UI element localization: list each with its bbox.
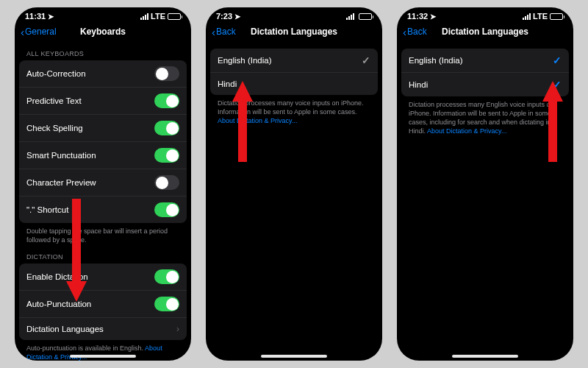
page-title: Dictation Languages <box>206 26 382 37</box>
screen-keyboards: 11:31 ➤ LTE ‹General Keyboards ALL KEYBO… <box>15 7 191 361</box>
signal-icon <box>523 13 531 20</box>
time: 11:32 <box>407 12 428 21</box>
group-languages: English (India)✓ Hindi✓ <box>401 49 569 96</box>
row-dictation-languages[interactable]: Dictation Languages› <box>19 318 187 340</box>
time: 7:23 <box>216 12 232 21</box>
status-bar: 7:23 ➤ <box>206 7 382 22</box>
location-icon: ➤ <box>234 13 240 21</box>
group-dictation: Enable Dictation Auto-Punctuation Dictat… <box>19 263 187 340</box>
home-indicator[interactable] <box>70 355 136 358</box>
nav-bar: ‹General Keyboards <box>15 22 191 41</box>
page-title: Keyboards <box>15 26 191 37</box>
section-dictation: DICTATION <box>19 244 187 263</box>
row-character-preview[interactable]: Character Preview <box>19 169 187 197</box>
row-period-shortcut[interactable]: "." Shortcut <box>19 197 187 223</box>
check-icon: ✓ <box>553 79 562 91</box>
group-all-keyboards: Auto-Correction Predictive Text Check Sp… <box>19 60 187 223</box>
page-title: Dictation Languages <box>397 26 573 37</box>
battery-icon <box>359 13 372 20</box>
row-english-india[interactable]: English (India)✓ <box>210 49 378 73</box>
screen-dictation-lang-unchecked: 7:23 ➤ ‹Back Dictation Languages English… <box>206 7 382 361</box>
status-bar: 11:32 ➤ LTE <box>397 7 573 22</box>
location-icon: ➤ <box>48 13 54 21</box>
network-label: LTE <box>533 12 548 21</box>
footer-space-bar: Double tapping the space bar will insert… <box>19 223 187 244</box>
signal-icon <box>346 13 354 20</box>
check-icon: ✓ <box>553 54 562 66</box>
nav-bar: ‹Back Dictation Languages <box>397 22 573 41</box>
section-all-keyboards: ALL KEYBOARDS <box>19 41 187 60</box>
row-hindi[interactable]: Hindi✓ <box>401 73 569 96</box>
screen-dictation-lang-checked: 11:32 ➤ LTE ‹Back Dictation Languages En… <box>397 7 573 361</box>
home-indicator[interactable] <box>261 355 327 358</box>
toggle-character-preview[interactable] <box>154 175 179 190</box>
location-icon: ➤ <box>430 13 436 21</box>
row-enable-dictation[interactable]: Enable Dictation <box>19 263 187 291</box>
toggle-auto-correction[interactable] <box>154 66 179 81</box>
check-icon: ✓ <box>362 54 370 66</box>
nav-bar: ‹Back Dictation Languages <box>206 22 382 41</box>
footer-dictation-info: Dictation processes many voice inputs on… <box>210 95 378 125</box>
time: 11:31 <box>25 12 46 21</box>
footer-dictation-info: Dictation processes many English voice i… <box>401 96 569 136</box>
row-predictive-text[interactable]: Predictive Text <box>19 88 187 115</box>
row-auto-correction[interactable]: Auto-Correction <box>19 60 187 88</box>
row-smart-punctuation[interactable]: Smart Punctuation <box>19 142 187 169</box>
row-check-spelling[interactable]: Check Spelling <box>19 115 187 142</box>
toggle-auto-punctuation[interactable] <box>154 297 179 311</box>
link-about-dictation[interactable]: About Dictation & Privacy... <box>218 117 297 124</box>
row-auto-punctuation[interactable]: Auto-Punctuation <box>19 291 187 318</box>
signal-icon <box>140 13 148 20</box>
toggle-predictive-text[interactable] <box>154 93 179 108</box>
chevron-right-icon: › <box>176 324 179 334</box>
battery-icon <box>168 13 181 20</box>
group-languages: English (India)✓ Hindi <box>210 49 378 95</box>
battery-icon <box>550 13 563 20</box>
home-indicator[interactable] <box>452 355 518 358</box>
toggle-enable-dictation[interactable] <box>154 269 179 284</box>
toggle-smart-punctuation[interactable] <box>154 148 179 163</box>
network-label: LTE <box>151 12 165 21</box>
toggle-check-spelling[interactable] <box>154 121 179 135</box>
row-hindi[interactable]: Hindi <box>210 73 378 95</box>
link-about-dictation[interactable]: About Dictation & Privacy... <box>427 127 506 135</box>
status-bar: 11:31 ➤ LTE <box>15 7 191 22</box>
toggle-period-shortcut[interactable] <box>154 202 179 217</box>
row-english-india[interactable]: English (India)✓ <box>401 49 569 73</box>
